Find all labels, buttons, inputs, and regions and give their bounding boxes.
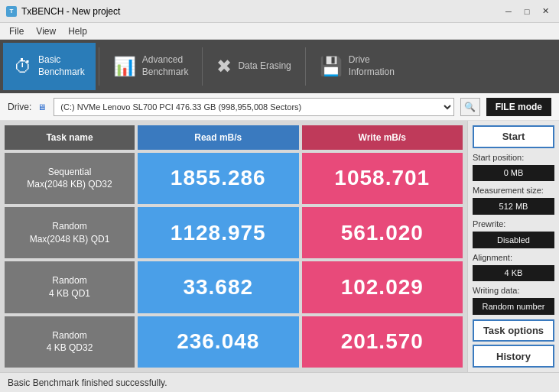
start-button[interactable]: Start [473, 125, 554, 148]
title-bar-controls: ─ □ ✕ [501, 5, 553, 18]
write-0: 1058.701 [302, 153, 463, 204]
toolbar: ⏱ BasicBenchmark 📊 AdvancedBenchmark ✖ D… [0, 40, 559, 93]
task-3-label: Random4 KB QD32 [47, 329, 93, 355]
history-button[interactable]: History [473, 345, 554, 368]
toolbar-advanced-benchmark[interactable]: 📊 AdvancedBenchmark [102, 43, 200, 90]
basic-benchmark-label: BasicBenchmark [38, 54, 85, 78]
title-bar-left: T TxBENCH - New project [6, 6, 120, 17]
write-1: 561.020 [302, 207, 463, 258]
drive-label: Drive: [8, 102, 31, 112]
basic-benchmark-icon: ⏱ [14, 56, 32, 77]
task-0: SequentialMax(2048 KB) QD32 [5, 153, 135, 204]
task-1-label: RandomMax(2048 KB) QD1 [30, 220, 110, 246]
table-header: Task name Read mB/s Write mB/s [5, 125, 463, 150]
toolbar-basic-benchmark[interactable]: ⏱ BasicBenchmark [3, 43, 96, 90]
write-2: 102.029 [302, 261, 463, 313]
start-position-value[interactable]: 0 MB [473, 165, 554, 182]
table-row: SequentialMax(2048 KB) QD32 1855.286 105… [5, 153, 463, 204]
file-mode-button[interactable]: FILE mode [486, 98, 551, 116]
writing-data-label: Writing data: [473, 286, 554, 295]
menu-file[interactable]: File [3, 24, 30, 38]
toolbar-separator-1 [99, 47, 99, 86]
task-2: Random4 KB QD1 [5, 261, 135, 313]
alignment-value[interactable]: 4 KB [473, 265, 554, 282]
close-button[interactable]: ✕ [538, 5, 553, 18]
toolbar-drive-information[interactable]: 💾 DriveInformation [309, 43, 405, 90]
minimize-button[interactable]: ─ [501, 5, 516, 18]
app-icon: T [6, 6, 17, 17]
title-bar: T TxBENCH - New project ─ □ ✕ [0, 0, 559, 23]
menu-help[interactable]: Help [62, 24, 93, 38]
content-area: Task name Read mB/s Write mB/s Sequentia… [0, 121, 559, 372]
header-task: Task name [5, 125, 135, 150]
table-row: RandomMax(2048 KB) QD1 1128.975 561.020 [5, 207, 463, 258]
menu-view[interactable]: View [30, 24, 62, 38]
alignment-label: Alignment: [473, 253, 554, 262]
read-1: 1128.975 [138, 207, 299, 258]
drive-row: Drive: 🖥 (C:) NVMe Lenovo SL700 PCI 476.… [0, 93, 559, 121]
advanced-benchmark-label: AdvancedBenchmark [142, 54, 189, 78]
prewrite-label: Prewrite: [473, 219, 554, 228]
sidebar: Start Start position: 0 MB Measurement s… [467, 121, 559, 372]
task-3: Random4 KB QD32 [5, 316, 135, 368]
task-2-label: Random4 KB QD1 [49, 274, 90, 300]
task-options-button[interactable]: Task options [473, 319, 554, 342]
window-title: TxBENCH - New project [21, 6, 120, 17]
status-bar: Basic Benchmark finished successfully. [0, 372, 559, 392]
task-0-label: SequentialMax(2048 KB) QD32 [27, 166, 112, 192]
read-2: 33.682 [138, 261, 299, 313]
data-erasing-label: Data Erasing [238, 60, 291, 73]
drive-refresh-button[interactable]: 🔍 [460, 98, 480, 116]
menu-bar: File View Help [0, 23, 559, 40]
toolbar-data-erasing[interactable]: ✖ Data Erasing [206, 43, 301, 90]
header-read: Read mB/s [138, 125, 299, 150]
table-row: Random4 KB QD1 33.682 102.029 [5, 261, 463, 313]
measurement-size-label: Measurement size: [473, 186, 554, 195]
task-1: RandomMax(2048 KB) QD1 [5, 207, 135, 258]
toolbar-separator-2 [202, 47, 203, 86]
start-position-label: Start position: [473, 153, 554, 162]
status-text: Basic Benchmark finished successfully. [8, 377, 167, 388]
advanced-benchmark-icon: 📊 [113, 56, 136, 77]
drive-information-icon: 💾 [320, 56, 343, 77]
write-3: 201.570 [302, 316, 463, 368]
prewrite-value[interactable]: Disabled [473, 232, 554, 248]
drive-information-label: DriveInformation [349, 54, 395, 78]
benchmark-table: Task name Read mB/s Write mB/s Sequentia… [0, 121, 467, 372]
drive-select[interactable]: (C:) NVMe Lenovo SL700 PCI 476.33 GB (99… [54, 98, 453, 116]
read-0: 1855.286 [138, 153, 299, 204]
maximize-button[interactable]: □ [519, 5, 535, 18]
table-row: Random4 KB QD32 236.048 201.570 [5, 316, 463, 368]
writing-data-value[interactable]: Random number [473, 298, 554, 315]
read-3: 236.048 [138, 316, 299, 368]
data-erasing-icon: ✖ [216, 56, 232, 77]
measurement-size-value[interactable]: 512 MB [473, 198, 554, 215]
drive-icon: 🖥 [37, 102, 46, 112]
toolbar-separator-3 [305, 47, 306, 86]
header-write: Write mB/s [302, 125, 463, 150]
